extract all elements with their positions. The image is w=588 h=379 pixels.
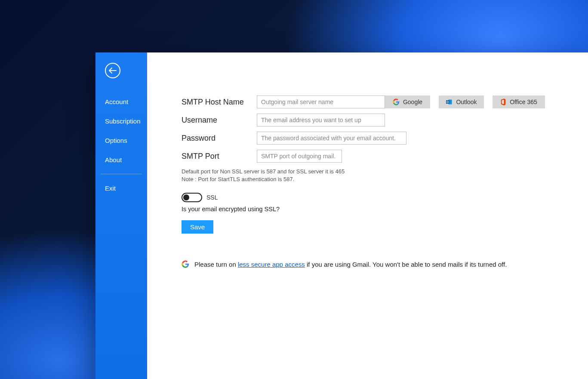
ssl-toggle-label: SSL [206,194,218,201]
less-secure-link[interactable]: less secure app access [238,261,305,268]
password-input[interactable] [257,132,406,145]
back-button[interactable] [105,63,120,78]
google-icon [393,99,400,105]
provider-office365-label: Office 365 [510,99,537,105]
ssl-toggle[interactable] [182,193,202,202]
label-username: Username [182,116,257,125]
username-input[interactable] [257,114,385,126]
toggle-knob [183,194,189,200]
provider-google-button[interactable]: Google [385,96,430,108]
sidebar-item-about[interactable]: About [95,150,147,169]
smtp-form: SMTP Host Name Google [182,96,588,268]
sidebar-item-exit[interactable]: Exit [95,179,147,198]
port-helper-text: Default port for Non SSL server is 587 a… [182,168,588,183]
office365-icon [500,99,506,105]
smtp-port-input[interactable] [257,150,342,163]
row-port: SMTP Port [182,150,588,163]
row-password: Password [182,132,588,145]
smtp-host-input[interactable] [257,96,385,108]
sidebar-item-account[interactable]: Account [95,92,147,111]
row-username: Username [182,114,588,126]
sidebar-item-options[interactable]: Options [95,131,147,150]
label-port: SMTP Port [182,152,257,161]
sidebar-divider [101,174,142,174]
arrow-left-icon [109,68,117,74]
provider-outlook-button[interactable]: Outlook [439,96,484,108]
svg-rect-1 [446,100,449,104]
notice-suffix: if you are using Gmail. You won't be abl… [305,261,507,268]
gmail-notice: Please turn on less secure app access if… [182,260,588,268]
ssl-question-text: Is your email encrypted using SSL? [182,206,588,213]
label-password: Password [182,134,257,143]
provider-google-label: Google [403,99,422,105]
google-icon [182,260,189,268]
outlook-icon [446,99,453,105]
content-pane: SMTP Host Name Google [147,52,588,379]
settings-window: Account Subscription Options About Exit … [95,52,588,379]
helper-line-2: Note : Port for StartTLS authentication … [182,176,588,183]
provider-office365-button[interactable]: Office 365 [493,96,545,108]
provider-outlook-label: Outlook [456,99,477,105]
row-host: SMTP Host Name Google [182,96,588,108]
notice-text: Please turn on less secure app access if… [194,261,507,268]
sidebar: Account Subscription Options About Exit [95,52,147,379]
ssl-toggle-row: SSL [182,193,588,202]
sidebar-item-subscription[interactable]: Subscription [95,111,147,131]
helper-line-1: Default port for Non SSL server is 587 a… [182,168,588,176]
notice-prefix: Please turn on [194,261,238,268]
label-host: SMTP Host Name [182,98,257,107]
save-button[interactable]: Save [182,220,213,234]
